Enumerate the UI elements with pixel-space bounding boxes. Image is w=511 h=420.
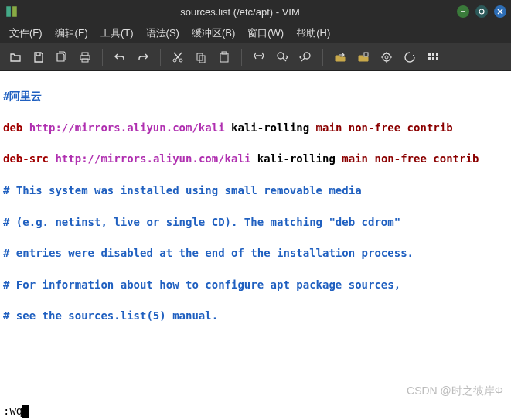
svg-rect-25 xyxy=(436,57,438,60)
svg-point-3 xyxy=(479,9,484,14)
svg-rect-17 xyxy=(364,53,368,56)
undo-icon[interactable] xyxy=(109,46,131,68)
svg-rect-1 xyxy=(12,6,17,17)
svg-point-15 xyxy=(278,53,284,59)
redo-icon[interactable] xyxy=(132,46,154,68)
session-load-icon[interactable] xyxy=(329,46,351,68)
editor-line: deb-src http://mirrors.aliyun.com/kali k… xyxy=(3,151,508,166)
menu-file[interactable]: 文件(F) xyxy=(3,23,49,43)
open-icon[interactable] xyxy=(5,46,26,68)
editor-line xyxy=(3,371,508,387)
svg-rect-0 xyxy=(6,6,11,17)
maximize-button[interactable] xyxy=(475,5,488,18)
command-text: :wq xyxy=(3,405,22,417)
svg-rect-23 xyxy=(428,57,431,60)
menu-help[interactable]: 帮助(H) xyxy=(290,23,336,43)
make-icon[interactable] xyxy=(399,46,421,68)
tag-icon[interactable] xyxy=(422,46,444,68)
save-icon[interactable] xyxy=(28,46,49,68)
editor-line: # entries were disabled at the end of th… xyxy=(3,245,508,261)
svg-point-18 xyxy=(383,53,390,61)
command-line[interactable]: :wq xyxy=(0,401,511,420)
editor-line: #阿里云 xyxy=(3,88,508,104)
svg-rect-20 xyxy=(428,53,431,56)
svg-rect-13 xyxy=(220,53,228,62)
titlebar: sources.list (/etc/apt) - VIM xyxy=(0,0,511,23)
menubar: 文件(F) 编辑(E) 工具(T) 语法(S) 缓冲区(B) 窗口(W) 帮助(… xyxy=(0,23,511,43)
find-prev-icon[interactable] xyxy=(295,46,316,68)
window-title: sources.list (/etc/apt) - VIM xyxy=(23,6,457,18)
menu-syntax[interactable]: 语法(S) xyxy=(140,23,186,43)
copy-icon[interactable] xyxy=(190,46,212,68)
svg-point-16 xyxy=(304,53,310,59)
paste-icon[interactable] xyxy=(213,46,235,68)
cut-icon[interactable] xyxy=(167,46,189,68)
save-all-icon[interactable] xyxy=(51,46,73,68)
find-next-icon[interactable] xyxy=(271,46,293,68)
editor-line: # (e.g. netinst, live or single CD). The… xyxy=(3,214,508,230)
cursor xyxy=(22,405,29,418)
svg-point-19 xyxy=(385,56,388,59)
toolbar xyxy=(0,43,511,71)
svg-rect-22 xyxy=(436,53,438,56)
menu-buffers[interactable]: 缓冲区(B) xyxy=(186,23,241,43)
menu-window[interactable]: 窗口(W) xyxy=(241,23,290,43)
editor-line xyxy=(3,340,508,355)
svg-rect-6 xyxy=(82,53,88,56)
editor-line: # This system was installed using small … xyxy=(3,183,508,198)
minimize-button[interactable] xyxy=(457,5,469,18)
print-icon[interactable] xyxy=(74,46,96,68)
editor-area[interactable]: #阿里云 deb http://mirrors.aliyun.com/kali … xyxy=(0,71,511,401)
svg-point-10 xyxy=(179,59,182,62)
replace-icon[interactable] xyxy=(248,46,270,68)
close-button[interactable] xyxy=(494,5,506,18)
svg-point-9 xyxy=(173,59,176,62)
svg-rect-24 xyxy=(432,57,434,60)
session-save-icon[interactable] xyxy=(353,46,374,68)
svg-rect-21 xyxy=(432,53,434,56)
editor-line: deb http://mirrors.aliyun.com/kali kali-… xyxy=(3,120,508,135)
window-controls xyxy=(457,5,506,18)
menu-edit[interactable]: 编辑(E) xyxy=(49,23,94,43)
menu-tools[interactable]: 工具(T) xyxy=(94,23,140,43)
editor-line: # see the sources.list(5) manual. xyxy=(3,308,508,323)
script-icon[interactable] xyxy=(376,46,397,68)
editor-line: # For information about how to configure… xyxy=(3,277,508,292)
app-icon xyxy=(5,5,19,19)
